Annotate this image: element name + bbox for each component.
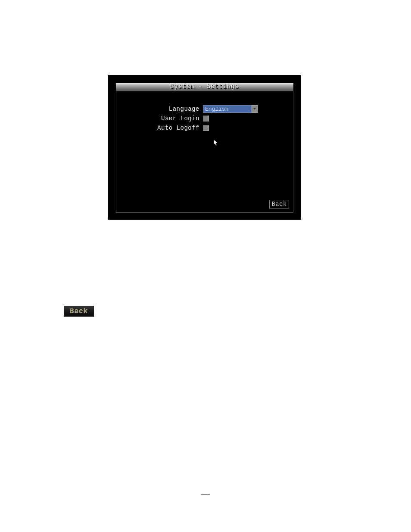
user-login-row: User Login	[147, 115, 209, 122]
language-row: Language English	[147, 105, 258, 113]
standalone-back-label: Back	[70, 308, 88, 315]
user-login-checkbox[interactable]	[203, 115, 209, 121]
language-dropdown[interactable]: English	[203, 105, 258, 113]
dropdown-button[interactable]	[252, 105, 258, 113]
page-footer-dash	[201, 495, 210, 495]
standalone-back-button[interactable]: Back	[64, 306, 94, 317]
svg-marker-1	[214, 140, 218, 146]
user-login-label: User Login	[147, 115, 203, 122]
auto-logoff-row: Auto Logoff	[147, 124, 209, 131]
back-button[interactable]: Back	[269, 200, 289, 208]
dialog-title: System - Settings	[170, 83, 239, 90]
language-value[interactable]: English	[203, 105, 252, 113]
chevron-down-icon	[253, 108, 256, 110]
settings-dialog: System - Settings Language English User …	[108, 75, 301, 220]
svg-marker-0	[253, 108, 256, 110]
auto-logoff-label: Auto Logoff	[147, 124, 203, 131]
title-bar: System - Settings	[116, 83, 293, 90]
mouse-cursor-icon	[214, 140, 219, 146]
language-label: Language	[147, 106, 203, 112]
auto-logoff-checkbox[interactable]	[203, 125, 209, 131]
